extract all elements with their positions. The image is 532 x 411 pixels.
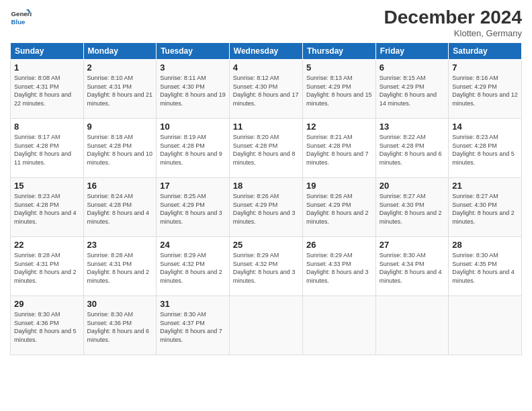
day-info: Sunrise: 8:13 AM Sunset: 4:29 PM Dayligh… (306, 74, 372, 107)
day-number: 26 (306, 240, 372, 250)
col-monday: Monday (83, 43, 157, 60)
calendar-table: Sunday Monday Tuesday Wednesday Thursday… (10, 42, 522, 355)
day-number: 9 (87, 122, 153, 132)
logo-icon: General Blue (10, 7, 32, 28)
day-number: 12 (306, 122, 372, 132)
day-info: Sunrise: 8:25 AM Sunset: 4:29 PM Dayligh… (160, 192, 226, 226)
table-row: 26Sunrise: 8:29 AM Sunset: 4:33 PM Dayli… (303, 237, 376, 296)
table-row: 24Sunrise: 8:29 AM Sunset: 4:32 PM Dayli… (157, 237, 230, 296)
table-row: 13Sunrise: 8:22 AM Sunset: 4:28 PM Dayli… (375, 119, 448, 178)
table-row: 7Sunrise: 8:16 AM Sunset: 4:29 PM Daylig… (449, 60, 522, 119)
day-info: Sunrise: 8:21 AM Sunset: 4:28 PM Dayligh… (306, 133, 372, 167)
location-subtitle: Klotten, Germany (384, 28, 522, 38)
day-info: Sunrise: 8:23 AM Sunset: 4:28 PM Dayligh… (14, 192, 80, 226)
table-row: 9Sunrise: 8:18 AM Sunset: 4:28 PM Daylig… (83, 119, 157, 178)
day-info: Sunrise: 8:22 AM Sunset: 4:28 PM Dayligh… (380, 133, 445, 167)
logo: General Blue (10, 7, 32, 28)
day-number: 14 (452, 122, 518, 132)
day-number: 6 (380, 62, 445, 73)
table-row: 2Sunrise: 8:10 AM Sunset: 4:31 PM Daylig… (83, 60, 157, 119)
table-row: 16Sunrise: 8:24 AM Sunset: 4:28 PM Dayli… (83, 178, 157, 237)
table-row: 19Sunrise: 8:26 AM Sunset: 4:29 PM Dayli… (303, 178, 376, 237)
day-info: Sunrise: 8:26 AM Sunset: 4:29 PM Dayligh… (233, 192, 299, 226)
day-number: 30 (87, 299, 153, 309)
day-number: 21 (452, 181, 518, 191)
day-number: 16 (87, 181, 153, 191)
col-saturday: Saturday (449, 43, 522, 60)
day-number: 19 (306, 181, 372, 191)
table-row: 31Sunrise: 8:30 AM Sunset: 4:37 PM Dayli… (157, 296, 230, 355)
day-info: Sunrise: 8:29 AM Sunset: 4:32 PM Dayligh… (160, 251, 226, 285)
table-row: 17Sunrise: 8:25 AM Sunset: 4:29 PM Dayli… (157, 178, 230, 237)
col-friday: Friday (375, 43, 448, 60)
table-row: 3Sunrise: 8:11 AM Sunset: 4:30 PM Daylig… (157, 60, 230, 119)
day-info: Sunrise: 8:27 AM Sunset: 4:30 PM Dayligh… (452, 192, 518, 226)
day-info: Sunrise: 8:18 AM Sunset: 4:28 PM Dayligh… (87, 133, 153, 167)
day-number: 7 (452, 62, 518, 73)
table-row: 20Sunrise: 8:27 AM Sunset: 4:30 PM Dayli… (375, 178, 448, 237)
day-info: Sunrise: 8:15 AM Sunset: 4:29 PM Dayligh… (380, 74, 445, 107)
title-block: December 2024 Klotten, Germany (384, 7, 522, 38)
calendar-week-row: 29Sunrise: 8:30 AM Sunset: 4:36 PM Dayli… (11, 296, 522, 355)
table-row: 6Sunrise: 8:15 AM Sunset: 4:29 PM Daylig… (375, 60, 448, 119)
table-row: 15Sunrise: 8:23 AM Sunset: 4:28 PM Dayli… (11, 178, 84, 237)
day-info: Sunrise: 8:29 AM Sunset: 4:32 PM Dayligh… (233, 251, 299, 285)
day-info: Sunrise: 8:23 AM Sunset: 4:28 PM Dayligh… (452, 133, 518, 167)
col-thursday: Thursday (303, 43, 376, 60)
day-number: 27 (380, 240, 445, 250)
day-info: Sunrise: 8:30 AM Sunset: 4:34 PM Dayligh… (380, 251, 445, 285)
day-info: Sunrise: 8:11 AM Sunset: 4:30 PM Dayligh… (160, 74, 226, 107)
day-info: Sunrise: 8:30 AM Sunset: 4:36 PM Dayligh… (87, 310, 153, 344)
day-number: 8 (14, 122, 80, 132)
col-sunday: Sunday (11, 43, 84, 60)
calendar-week-row: 8Sunrise: 8:17 AM Sunset: 4:28 PM Daylig… (11, 119, 522, 178)
table-row: 18Sunrise: 8:26 AM Sunset: 4:29 PM Dayli… (229, 178, 302, 237)
table-row: 11Sunrise: 8:20 AM Sunset: 4:28 PM Dayli… (229, 119, 302, 178)
day-info: Sunrise: 8:26 AM Sunset: 4:29 PM Dayligh… (306, 192, 372, 226)
table-row (375, 296, 448, 355)
month-year-title: December 2024 (384, 7, 522, 28)
day-number: 22 (14, 240, 80, 250)
day-number: 11 (233, 122, 299, 132)
day-info: Sunrise: 8:12 AM Sunset: 4:30 PM Dayligh… (233, 74, 299, 107)
day-info: Sunrise: 8:19 AM Sunset: 4:28 PM Dayligh… (160, 133, 226, 167)
day-number: 28 (452, 240, 518, 250)
page-header: General Blue December 2024 Klotten, Germ… (10, 7, 522, 38)
table-row: 29Sunrise: 8:30 AM Sunset: 4:36 PM Dayli… (11, 296, 84, 355)
day-number: 17 (160, 181, 226, 191)
day-number: 13 (380, 122, 445, 132)
calendar-week-row: 22Sunrise: 8:28 AM Sunset: 4:31 PM Dayli… (11, 237, 522, 296)
day-number: 10 (160, 122, 226, 132)
table-row: 30Sunrise: 8:30 AM Sunset: 4:36 PM Dayli… (83, 296, 157, 355)
col-tuesday: Tuesday (157, 43, 230, 60)
table-row (449, 296, 522, 355)
svg-text:Blue: Blue (11, 18, 26, 26)
table-row: 5Sunrise: 8:13 AM Sunset: 4:29 PM Daylig… (303, 60, 376, 119)
calendar-week-row: 15Sunrise: 8:23 AM Sunset: 4:28 PM Dayli… (11, 178, 522, 237)
day-number: 24 (160, 240, 226, 250)
table-row: 14Sunrise: 8:23 AM Sunset: 4:28 PM Dayli… (449, 119, 522, 178)
calendar-week-row: 1Sunrise: 8:08 AM Sunset: 4:31 PM Daylig… (11, 60, 522, 119)
table-row: 21Sunrise: 8:27 AM Sunset: 4:30 PM Dayli… (449, 178, 522, 237)
table-row: 25Sunrise: 8:29 AM Sunset: 4:32 PM Dayli… (229, 237, 302, 296)
table-row: 4Sunrise: 8:12 AM Sunset: 4:30 PM Daylig… (229, 60, 302, 119)
day-number: 15 (14, 181, 80, 191)
day-number: 31 (160, 299, 226, 309)
day-info: Sunrise: 8:28 AM Sunset: 4:31 PM Dayligh… (87, 251, 153, 285)
day-info: Sunrise: 8:16 AM Sunset: 4:29 PM Dayligh… (452, 74, 518, 107)
day-info: Sunrise: 8:30 AM Sunset: 4:37 PM Dayligh… (160, 310, 226, 344)
table-row: 12Sunrise: 8:21 AM Sunset: 4:28 PM Dayli… (303, 119, 376, 178)
day-info: Sunrise: 8:29 AM Sunset: 4:33 PM Dayligh… (306, 251, 372, 285)
table-row: 27Sunrise: 8:30 AM Sunset: 4:34 PM Dayli… (375, 237, 448, 296)
day-info: Sunrise: 8:24 AM Sunset: 4:28 PM Dayligh… (87, 192, 153, 226)
calendar-header-row: Sunday Monday Tuesday Wednesday Thursday… (11, 43, 522, 60)
day-info: Sunrise: 8:27 AM Sunset: 4:30 PM Dayligh… (380, 192, 445, 226)
col-wednesday: Wednesday (229, 43, 302, 60)
table-row: 10Sunrise: 8:19 AM Sunset: 4:28 PM Dayli… (157, 119, 230, 178)
day-number: 20 (380, 181, 445, 191)
day-number: 23 (87, 240, 153, 250)
table-row: 22Sunrise: 8:28 AM Sunset: 4:31 PM Dayli… (11, 237, 84, 296)
table-row: 28Sunrise: 8:30 AM Sunset: 4:35 PM Dayli… (449, 237, 522, 296)
table-row: 1Sunrise: 8:08 AM Sunset: 4:31 PM Daylig… (11, 60, 84, 119)
day-info: Sunrise: 8:17 AM Sunset: 4:28 PM Dayligh… (14, 133, 80, 167)
